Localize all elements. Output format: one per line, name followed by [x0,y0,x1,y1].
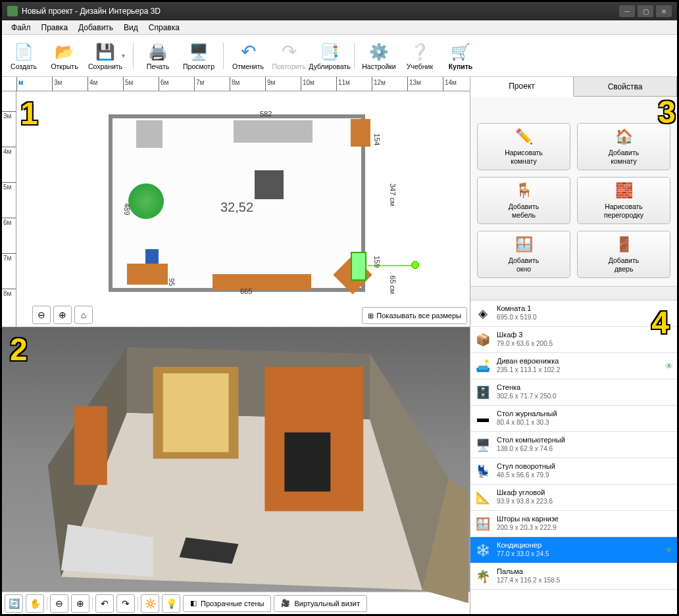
toolbar-Просмотр[interactable]: 🖥️Просмотр [178,37,219,74]
menu-1[interactable]: Правка [36,21,74,34]
toolbar-icon: ↶ [238,41,259,62]
close-button[interactable]: ✕ [656,5,672,17]
action-label: Добавитькомнату [609,149,639,165]
action-label: Нарисоватьперегородку [604,202,643,219]
view-3d-viewport[interactable]: 2 [2,327,470,592]
plan-item-ac-selected[interactable] [351,252,366,281]
dim-h: 347 см [389,183,397,206]
menu-4[interactable]: Справка [143,21,185,34]
toolbar-label: Просмотр [183,62,214,70]
object-item[interactable]: 🌴Пальма127.4 x 116.2 x 158.5 [470,563,677,590]
ruler-h-tick: 14м [443,77,457,91]
tab-project[interactable]: Проект [470,77,574,97]
plan-item-desk[interactable] [127,264,168,285]
toolbar-icon: 💾 [95,41,116,62]
ruler-v-tick: 3м [2,111,16,120]
ruler-horizontal: м3м4м5м6м7м8м9м10м11м12м13м14м [2,77,470,91]
toolbar-Дублировать[interactable]: 📑Дублировать [309,37,350,74]
object-item[interactable]: 🖥️Стол компьютерный138.0 x 62.9 x 74.6 [470,432,677,458]
window-title: Новый проект - Дизайн Интерьера 3D [22,7,161,16]
toolbar-Печать[interactable]: 🖨️Печать [138,37,178,74]
object-name: Диван еврокнижка [497,357,660,366]
visibility-icon[interactable]: 👁 [665,546,673,555]
action-окно[interactable]: 🪟Добавитьокно [477,231,570,278]
scene-3d [2,327,470,603]
object-item[interactable]: ▬Стол журнальный80.4 x 80.1 x 30.3 [470,406,677,432]
ruler-h-tick: 11м [336,77,350,91]
plan-item-wall-unit[interactable] [213,274,311,290]
svg-rect-7 [284,433,330,492]
action-перегородку[interactable]: 🧱Нарисоватьперегородку [577,177,670,224]
maximize-button[interactable]: ▢ [638,5,653,17]
action-icon: 🚪 [615,235,633,254]
object-dimensions: 138.0 x 62.9 x 74.6 [497,445,673,454]
plan-item-door[interactable] [136,120,163,148]
right-tabs: Проект Свойства [470,77,677,97]
tab-properties[interactable]: Свойства [574,77,677,96]
toolbar-Открыть[interactable]: 📂Открыть [44,37,85,74]
object-icon: 🖥️ [474,437,491,454]
toolbar-label: Настройки [362,62,396,70]
toolbar-Отменить[interactable]: ↶Отменить [228,37,268,74]
toolbar-Учебник[interactable]: ❔Учебник [399,37,440,74]
dim-g1: 159 [373,256,381,268]
plan-item-plant[interactable] [128,183,164,219]
toolbar-Сохранить[interactable]: 💾Сохранить [85,37,126,74]
ruler-h-tick: 5м [123,77,133,91]
action-комнату[interactable]: 🏠Добавитькомнату [577,123,670,170]
toolbar-label: Учебник [407,62,433,70]
object-dimensions: 302.6 x 71.7 x 250.0 [497,392,673,401]
action-мебель[interactable]: 🪑Добавитьмебель [477,177,570,224]
object-dimensions: 93.9 x 93.8 x 223.6 [497,498,673,506]
home-button[interactable]: ⌂ [74,306,93,324]
ruler-h-tick: 10м [301,77,314,91]
object-item[interactable]: 📦Шкаф 379.0 x 63.6 x 200.5 [470,327,677,353]
toolbar-Настройки[interactable]: ⚙️Настройки [359,37,399,74]
toolbar-Создать[interactable]: 📄Создать [3,37,44,74]
object-item[interactable]: ◈Комната 1695.0 x 519.0 [470,300,677,327]
toolbar-Повторить[interactable]: ↷Повторить [268,37,309,74]
object-name: Стол журнальный [497,410,673,419]
toolbar-label: Сохранить [88,62,122,70]
ruler-h-tick: м [16,77,23,91]
show-dimensions-toggle[interactable]: ⊞ Показывать все размеры [362,307,467,324]
plan-item-chair[interactable] [145,249,159,264]
action-label: Нарисоватькомнату [505,149,543,165]
toolbar-Купить[interactable]: 🛒Купить [440,37,481,74]
object-icon: 🛋️ [474,358,491,375]
object-item[interactable]: ❄️Кондиционер77.0 x 33.0 x 24.5👁 [470,537,677,563]
plan-item-sofa[interactable] [234,120,313,143]
action-icon: ✏️ [515,128,533,146]
visibility-icon[interactable]: 👁 [665,362,673,371]
plan-item-table[interactable] [255,170,284,199]
plan-2d-viewport[interactable]: 1 32,52 582 347 см 15 [16,91,470,327]
menu-3[interactable]: Вид [118,21,143,34]
app-icon [7,6,18,16]
zoom-in-button[interactable]: ⊕ [53,306,72,324]
ruler-h-tick: 12м [372,77,386,91]
dim-b: 665 [240,287,252,295]
action-дверь[interactable]: 🚪Добавитьдверь [577,231,670,278]
ruler-h-tick: 4м [88,77,97,91]
object-item[interactable]: 🗄️Стенка302.6 x 71.7 x 250.0 [470,379,677,406]
object-dimensions: 235.1 x 113.1 x 102.2 [497,366,660,375]
object-item[interactable]: 🛋️Диван еврокнижка235.1 x 113.1 x 102.2👁 [470,353,677,379]
menu-0[interactable]: Файл [6,21,36,34]
grid-icon: ⊞ [368,312,374,320]
object-name: Шкаф 3 [497,331,673,340]
object-item[interactable]: 💺Стул поворотный48.5 x 56.6 x 79.9 [470,458,677,485]
object-item[interactable]: 📐Шкаф угловой93.9 x 93.8 x 223.6 [470,485,677,511]
toolbar-label: Купить [449,62,473,70]
toolbar-label: Дублировать [309,62,350,70]
ruler-v-tick: 6м [2,218,16,226]
plan-item-cabinet[interactable] [351,119,370,147]
object-name: Кондиционер [497,541,660,550]
room-area-label: 32,52 [220,200,253,215]
object-item[interactable]: 🪟Шторы на карнизе200.9 x 20.3 x 222.9 [470,511,677,537]
zoom-out-button[interactable]: ⊖ [32,306,51,324]
toolbar-label: Создать [11,62,37,70]
rotate-handle-icon[interactable] [411,261,419,269]
minimize-button[interactable]: ─ [619,5,635,17]
menu-2[interactable]: Добавить [73,21,118,34]
action-комнату[interactable]: ✏️Нарисоватькомнату [477,123,570,170]
